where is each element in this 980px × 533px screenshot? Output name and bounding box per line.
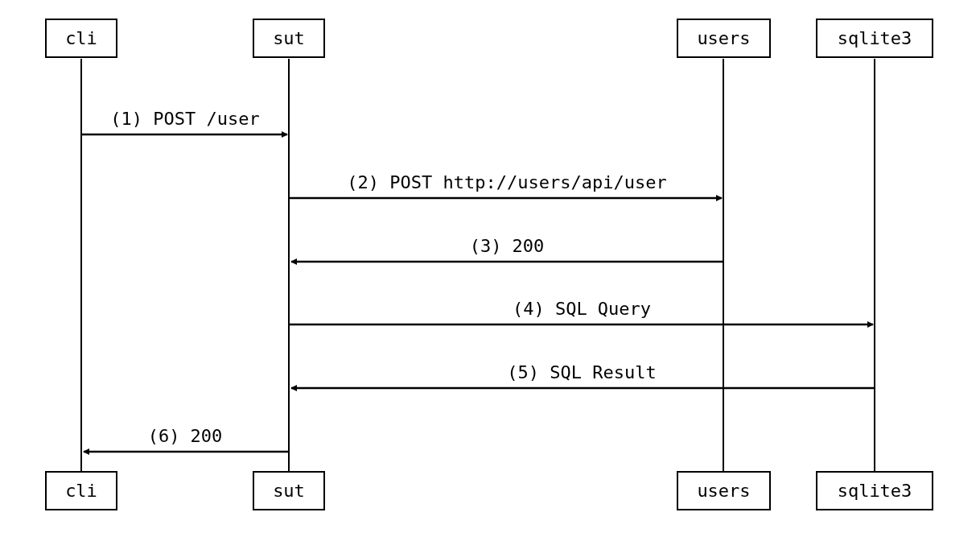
participant-sqlite3-bottom: sqlite3 bbox=[816, 471, 933, 510]
participant-cli-label-top: cli bbox=[65, 28, 97, 48]
participant-cli-top: cli bbox=[45, 19, 117, 58]
message-4-label: (4) SQL Query bbox=[513, 299, 651, 319]
message-5-label: (5) SQL Result bbox=[507, 362, 656, 382]
message-6-label: (6) 200 bbox=[148, 426, 223, 446]
participant-cli-label-bottom: cli bbox=[65, 481, 97, 501]
sequence-arrows bbox=[0, 0, 980, 533]
participant-sut-label-bottom: sut bbox=[273, 481, 305, 501]
message-3-label: (3) 200 bbox=[470, 236, 545, 256]
participant-sqlite3-label-bottom: sqlite3 bbox=[838, 481, 912, 501]
participant-sut-label-top: sut bbox=[273, 28, 305, 48]
participant-users-label-bottom: users bbox=[697, 481, 750, 501]
participant-cli-bottom: cli bbox=[45, 471, 117, 510]
participant-users-top: users bbox=[677, 19, 771, 58]
message-2-label: (2) POST http://users/api/user bbox=[347, 172, 666, 192]
lifeline-sqlite3 bbox=[874, 59, 875, 471]
participant-users-bottom: users bbox=[677, 471, 771, 510]
lifeline-sut bbox=[288, 59, 290, 471]
lifeline-cli bbox=[80, 59, 82, 471]
participant-sqlite3-label-top: sqlite3 bbox=[838, 28, 912, 48]
participant-sqlite3-top: sqlite3 bbox=[816, 19, 933, 58]
message-1-label: (1) POST /user bbox=[110, 109, 259, 129]
participant-sut-bottom: sut bbox=[253, 471, 325, 510]
lifeline-users bbox=[723, 59, 724, 471]
participant-sut-top: sut bbox=[253, 19, 325, 58]
participant-users-label-top: users bbox=[697, 28, 750, 48]
